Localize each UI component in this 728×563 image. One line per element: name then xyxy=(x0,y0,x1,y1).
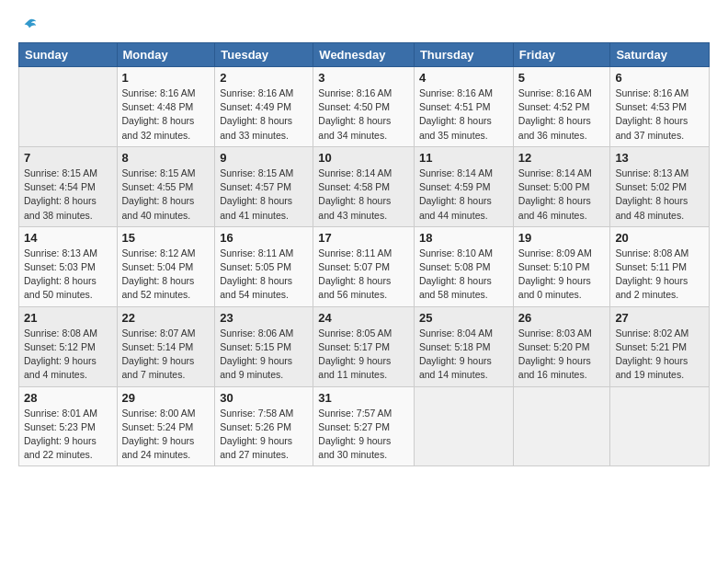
day-info: Sunrise: 8:13 AM Sunset: 5:02 PM Dayligh… xyxy=(615,167,704,223)
day-cell: 8Sunrise: 8:15 AM Sunset: 4:55 PM Daylig… xyxy=(117,146,215,226)
day-number: 20 xyxy=(615,231,704,245)
day-number: 14 xyxy=(24,231,112,245)
day-cell: 30Sunrise: 7:58 AM Sunset: 5:26 PM Dayli… xyxy=(215,386,313,466)
day-info: Sunrise: 8:02 AM Sunset: 5:21 PM Dayligh… xyxy=(615,327,704,383)
day-info: Sunrise: 8:11 AM Sunset: 5:05 PM Dayligh… xyxy=(220,247,308,303)
day-cell: 3Sunrise: 8:16 AM Sunset: 4:50 PM Daylig… xyxy=(313,67,415,147)
day-number: 2 xyxy=(220,71,308,85)
day-cell: 1Sunrise: 8:16 AM Sunset: 4:48 PM Daylig… xyxy=(117,67,215,147)
day-number: 30 xyxy=(220,391,308,405)
day-info: Sunrise: 8:00 AM Sunset: 5:24 PM Dayligh… xyxy=(122,407,210,463)
week-row-3: 14Sunrise: 8:13 AM Sunset: 5:03 PM Dayli… xyxy=(19,226,710,306)
day-cell: 29Sunrise: 8:00 AM Sunset: 5:24 PM Dayli… xyxy=(117,386,215,466)
day-number: 28 xyxy=(24,391,112,405)
day-cell: 24Sunrise: 8:05 AM Sunset: 5:17 PM Dayli… xyxy=(313,306,415,386)
day-cell xyxy=(610,386,710,466)
day-info: Sunrise: 8:15 AM Sunset: 4:55 PM Dayligh… xyxy=(122,167,210,223)
day-info: Sunrise: 8:16 AM Sunset: 4:52 PM Dayligh… xyxy=(518,86,606,143)
day-number: 24 xyxy=(318,311,409,325)
column-header-monday: Monday xyxy=(117,43,215,67)
day-cell: 12Sunrise: 8:14 AM Sunset: 5:00 PM Dayli… xyxy=(513,146,610,226)
day-cell: 7Sunrise: 8:15 AM Sunset: 4:54 PM Daylig… xyxy=(19,146,118,226)
day-number: 8 xyxy=(122,151,210,165)
day-info: Sunrise: 7:57 AM Sunset: 5:27 PM Dayligh… xyxy=(318,407,409,463)
day-number: 29 xyxy=(122,391,210,405)
day-number: 4 xyxy=(419,71,508,85)
day-info: Sunrise: 8:05 AM Sunset: 5:17 PM Dayligh… xyxy=(318,327,409,383)
day-number: 12 xyxy=(518,151,606,165)
day-cell: 9Sunrise: 8:15 AM Sunset: 4:57 PM Daylig… xyxy=(215,146,313,226)
day-cell: 11Sunrise: 8:14 AM Sunset: 4:59 PM Dayli… xyxy=(414,146,513,226)
day-cell: 19Sunrise: 8:09 AM Sunset: 5:10 PM Dayli… xyxy=(513,226,610,306)
day-number: 3 xyxy=(318,71,409,85)
column-header-wednesday: Wednesday xyxy=(313,43,415,67)
calendar: SundayMondayTuesdayWednesdayThursdayFrid… xyxy=(18,42,710,466)
day-cell: 4Sunrise: 8:16 AM Sunset: 4:51 PM Daylig… xyxy=(414,67,513,147)
day-info: Sunrise: 8:06 AM Sunset: 5:15 PM Dayligh… xyxy=(220,327,308,383)
day-info: Sunrise: 8:14 AM Sunset: 5:00 PM Dayligh… xyxy=(518,167,606,223)
week-row-1: 1Sunrise: 8:16 AM Sunset: 4:48 PM Daylig… xyxy=(19,67,710,147)
day-cell: 14Sunrise: 8:13 AM Sunset: 5:03 PM Dayli… xyxy=(19,226,118,306)
day-info: Sunrise: 8:16 AM Sunset: 4:50 PM Dayligh… xyxy=(318,86,409,143)
day-info: Sunrise: 8:14 AM Sunset: 4:58 PM Dayligh… xyxy=(318,167,409,223)
header xyxy=(18,17,710,33)
logo xyxy=(18,17,38,33)
day-cell xyxy=(414,386,513,466)
day-info: Sunrise: 8:07 AM Sunset: 5:14 PM Dayligh… xyxy=(122,327,210,383)
day-info: Sunrise: 8:13 AM Sunset: 5:03 PM Dayligh… xyxy=(24,247,112,303)
day-number: 22 xyxy=(122,311,210,325)
week-row-5: 28Sunrise: 8:01 AM Sunset: 5:23 PM Dayli… xyxy=(19,386,710,466)
day-info: Sunrise: 8:16 AM Sunset: 4:48 PM Dayligh… xyxy=(122,86,210,143)
day-number: 7 xyxy=(24,151,112,165)
day-info: Sunrise: 8:16 AM Sunset: 4:51 PM Dayligh… xyxy=(419,86,508,143)
day-cell: 28Sunrise: 8:01 AM Sunset: 5:23 PM Dayli… xyxy=(19,386,118,466)
day-number: 16 xyxy=(220,231,308,245)
day-number: 1 xyxy=(122,71,210,85)
day-number: 25 xyxy=(419,311,508,325)
day-cell: 31Sunrise: 7:57 AM Sunset: 5:27 PM Dayli… xyxy=(313,386,415,466)
day-info: Sunrise: 8:09 AM Sunset: 5:10 PM Dayligh… xyxy=(518,247,606,303)
column-header-tuesday: Tuesday xyxy=(215,43,313,67)
day-info: Sunrise: 8:01 AM Sunset: 5:23 PM Dayligh… xyxy=(24,407,112,463)
day-number: 15 xyxy=(122,231,210,245)
day-info: Sunrise: 8:16 AM Sunset: 4:53 PM Dayligh… xyxy=(615,86,704,143)
day-number: 21 xyxy=(24,311,112,325)
column-header-friday: Friday xyxy=(513,43,610,67)
day-cell: 22Sunrise: 8:07 AM Sunset: 5:14 PM Dayli… xyxy=(117,306,215,386)
day-cell xyxy=(19,67,118,147)
day-cell: 18Sunrise: 8:10 AM Sunset: 5:08 PM Dayli… xyxy=(414,226,513,306)
day-cell: 2Sunrise: 8:16 AM Sunset: 4:49 PM Daylig… xyxy=(215,67,313,147)
day-cell: 20Sunrise: 8:08 AM Sunset: 5:11 PM Dayli… xyxy=(610,226,710,306)
day-cell: 23Sunrise: 8:06 AM Sunset: 5:15 PM Dayli… xyxy=(215,306,313,386)
day-cell: 15Sunrise: 8:12 AM Sunset: 5:04 PM Dayli… xyxy=(117,226,215,306)
day-number: 6 xyxy=(615,71,704,85)
day-cell: 10Sunrise: 8:14 AM Sunset: 4:58 PM Dayli… xyxy=(313,146,415,226)
day-info: Sunrise: 8:12 AM Sunset: 5:04 PM Dayligh… xyxy=(122,247,210,303)
day-number: 23 xyxy=(220,311,308,325)
day-info: Sunrise: 8:16 AM Sunset: 4:49 PM Dayligh… xyxy=(220,86,308,143)
column-header-saturday: Saturday xyxy=(610,43,710,67)
day-info: Sunrise: 8:04 AM Sunset: 5:18 PM Dayligh… xyxy=(419,327,508,383)
day-info: Sunrise: 8:11 AM Sunset: 5:07 PM Dayligh… xyxy=(318,247,409,303)
day-number: 13 xyxy=(615,151,704,165)
logo-bird-icon xyxy=(21,17,38,33)
day-info: Sunrise: 8:03 AM Sunset: 5:20 PM Dayligh… xyxy=(518,327,606,383)
day-cell: 17Sunrise: 8:11 AM Sunset: 5:07 PM Dayli… xyxy=(313,226,415,306)
day-number: 31 xyxy=(318,391,409,405)
day-cell: 27Sunrise: 8:02 AM Sunset: 5:21 PM Dayli… xyxy=(610,306,710,386)
day-number: 10 xyxy=(318,151,409,165)
week-row-2: 7Sunrise: 8:15 AM Sunset: 4:54 PM Daylig… xyxy=(19,146,710,226)
day-info: Sunrise: 8:08 AM Sunset: 5:12 PM Dayligh… xyxy=(24,327,112,383)
logo-text xyxy=(18,17,38,33)
day-info: Sunrise: 8:14 AM Sunset: 4:59 PM Dayligh… xyxy=(419,167,508,223)
week-row-4: 21Sunrise: 8:08 AM Sunset: 5:12 PM Dayli… xyxy=(19,306,710,386)
page: SundayMondayTuesdayWednesdayThursdayFrid… xyxy=(0,0,728,476)
calendar-header-row: SundayMondayTuesdayWednesdayThursdayFrid… xyxy=(19,43,710,67)
day-info: Sunrise: 8:15 AM Sunset: 4:57 PM Dayligh… xyxy=(220,167,308,223)
day-number: 18 xyxy=(419,231,508,245)
day-cell: 16Sunrise: 8:11 AM Sunset: 5:05 PM Dayli… xyxy=(215,226,313,306)
day-cell: 13Sunrise: 8:13 AM Sunset: 5:02 PM Dayli… xyxy=(610,146,710,226)
day-cell: 26Sunrise: 8:03 AM Sunset: 5:20 PM Dayli… xyxy=(513,306,610,386)
day-info: Sunrise: 8:10 AM Sunset: 5:08 PM Dayligh… xyxy=(419,247,508,303)
day-info: Sunrise: 8:15 AM Sunset: 4:54 PM Dayligh… xyxy=(24,167,112,223)
